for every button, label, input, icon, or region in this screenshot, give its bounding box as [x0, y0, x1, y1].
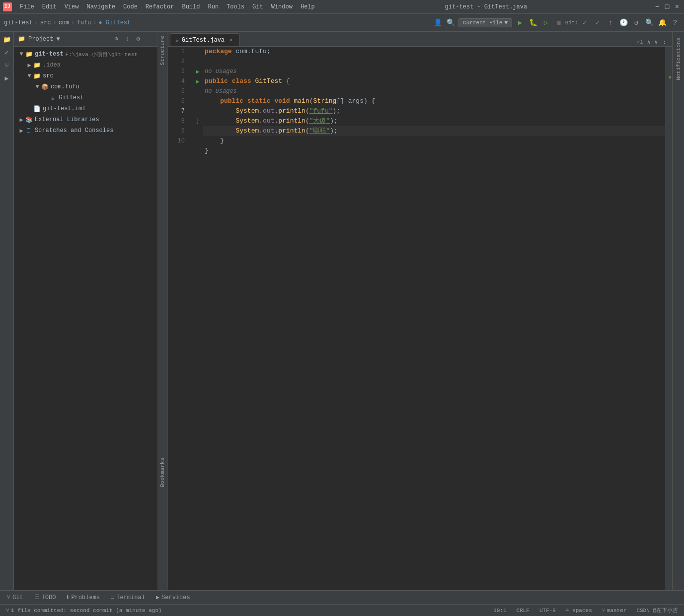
breadcrumb-fufu[interactable]: fufu: [76, 19, 91, 26]
tree-iml[interactable]: ▶ 📄 git-test.iml: [14, 103, 157, 114]
close-button[interactable]: ×: [673, 3, 681, 11]
bottom-tab-problems[interactable]: ℹ Problems: [62, 592, 105, 604]
structure-tab[interactable]: Structure: [158, 32, 167, 69]
project-icon[interactable]: 📁: [1, 34, 13, 46]
search-everywhere-icon[interactable]: 🔍: [446, 18, 456, 28]
maximize-button[interactable]: □: [663, 3, 671, 11]
bottom-tab-terminal[interactable]: ▭ Terminal: [106, 592, 150, 604]
debug-button[interactable]: 🐛: [528, 18, 538, 28]
notifications-icon[interactable]: 🔔: [657, 18, 667, 28]
tree-src[interactable]: ▼ 📁 src: [14, 70, 157, 81]
menu-edit[interactable]: Edit: [38, 0, 61, 13]
notifications-tab[interactable]: Notifications: [674, 34, 684, 84]
tree-com-fufu[interactable]: ▼ 📦 com.fufu: [14, 81, 157, 92]
tab-actions: ✓1 ∧ ∨ ⋮: [636, 38, 670, 46]
run-with-coverage-icon[interactable]: ▷: [541, 18, 551, 28]
git-checkmark2[interactable]: ✓: [593, 18, 603, 28]
menu-help[interactable]: Help: [297, 0, 319, 13]
git-checkmark1[interactable]: ✓: [580, 18, 590, 28]
scroll-marker: [669, 76, 671, 78]
tree-root[interactable]: ▼ 📁 git-test F:\java 小项目\git-test: [14, 49, 157, 60]
tree-ext-libraries[interactable]: ▶ 📚 External Libraries: [14, 114, 157, 125]
menu-file[interactable]: File: [16, 0, 38, 13]
gutter-10: [193, 136, 203, 146]
stop-button[interactable]: ◼: [554, 18, 564, 28]
menu-view[interactable]: View: [61, 0, 83, 13]
bottom-tab-services[interactable]: ▶ Services: [151, 592, 195, 604]
git-history-icon[interactable]: 🕐: [618, 18, 628, 28]
code-content[interactable]: package com.fufu; no usages public class…: [203, 47, 665, 590]
file-tree: ▼ 📁 git-test F:\java 小项目\git-test ▶ 📁 .i…: [14, 47, 157, 590]
gutter-7: [193, 106, 203, 116]
toolbar: git-test › src › com › fufu › ● GitTest …: [0, 14, 684, 32]
status-position[interactable]: 10:1: [491, 608, 508, 614]
run-button[interactable]: ▶: [515, 18, 525, 28]
git-rollback-icon[interactable]: ↺: [631, 18, 641, 28]
minimize-button[interactable]: −: [653, 3, 661, 11]
menu-refactor[interactable]: Refactor: [142, 0, 178, 13]
profile-icon[interactable]: 👤: [433, 18, 443, 28]
line-num-2: 2: [168, 57, 189, 67]
editor-area: ☕ GitTest.java ✕ ✓1 ∧ ∨ ⋮ 1 2 3 4 5 6 7: [168, 32, 672, 590]
breadcrumb-gittest[interactable]: ● GitTest: [98, 19, 131, 26]
gutter-6: [193, 96, 203, 106]
menu-window[interactable]: Window: [267, 0, 297, 13]
commit-icon[interactable]: ✓: [1, 47, 13, 59]
menu-git[interactable]: Git: [248, 0, 267, 13]
root-label: git-test: [35, 51, 64, 58]
menu-build[interactable]: Build: [178, 0, 204, 13]
status-encoding[interactable]: UTF-8: [537, 608, 558, 614]
help-icon[interactable]: ?: [670, 18, 680, 28]
code-line-9: }: [203, 146, 665, 156]
status-branch[interactable]: ⑂ master: [600, 608, 629, 614]
panel-settings-icon[interactable]: ⚙: [134, 35, 143, 44]
tab-action-more-icon[interactable]: ⋮: [661, 38, 668, 46]
extlib-label: External Libraries: [35, 116, 99, 123]
menu-code[interactable]: Code: [119, 0, 142, 13]
git-push-icon[interactable]: ↑: [606, 18, 615, 28]
line-num-7: 7: [168, 106, 189, 116]
panel-scope-icon[interactable]: ⊕: [112, 35, 121, 44]
tree-scratches[interactable]: ▶ 🗒 Scratches and Consoles: [14, 125, 157, 136]
bottom-tab-todo[interactable]: ☰ TODO: [29, 592, 61, 604]
line-num-6: 6: [168, 96, 189, 106]
breadcrumb-com[interactable]: com: [59, 19, 70, 26]
panel-header-actions: ⊕ ↕ ⚙ —: [112, 35, 153, 44]
src-arrow-icon: ▼: [26, 72, 33, 79]
tree-gittest[interactable]: ▶ ☕ GitTest: [14, 92, 157, 103]
gutter-run-3[interactable]: ▶: [193, 67, 203, 76]
status-git-item[interactable]: ⑂ 1 file committed: second commit (a min…: [4, 608, 164, 614]
panel-sort-icon[interactable]: ↕: [123, 35, 132, 44]
find-icon[interactable]: 🔍: [644, 18, 654, 28]
code-editor[interactable]: 1 2 3 4 5 6 7 8 9 10 ▶ ▶ }: [168, 47, 672, 590]
menu-navigate[interactable]: Navigate: [82, 0, 119, 13]
bookmarks-tab[interactable]: Bookmarks: [158, 454, 167, 491]
bottom-tab-git[interactable]: ⑂ Git: [2, 592, 28, 604]
position-value: 10:1: [493, 608, 506, 614]
tab-action-up-icon[interactable]: ∧: [646, 38, 652, 46]
tree-idea[interactable]: ▶ 📁 .idea: [14, 60, 157, 70]
panel-collapse-icon[interactable]: —: [145, 35, 153, 44]
menu-tools[interactable]: Tools: [223, 0, 248, 13]
gittest-label: GitTest: [59, 94, 83, 101]
editor-tab-gittest[interactable]: ☕ GitTest.java ✕: [170, 33, 240, 46]
status-indent[interactable]: 4 spaces: [564, 608, 594, 614]
gutter-2: [193, 57, 203, 67]
breadcrumb-src[interactable]: src: [40, 19, 51, 26]
run-dashboard-icon[interactable]: ▶: [1, 72, 13, 84]
gutter-run-4[interactable]: ▶: [193, 76, 203, 86]
panel-header: 📁 Project ▼ ⊕ ↕ ⚙ —: [14, 32, 157, 47]
current-file-button[interactable]: Current File ▼: [458, 18, 512, 27]
breadcrumb-git-test[interactable]: git-test: [4, 19, 33, 26]
tab-action-down-icon[interactable]: ∨: [653, 38, 659, 46]
iml-arrow-icon: ▶: [26, 105, 33, 113]
editor-scrollbar[interactable]: [665, 47, 672, 590]
tab-close-button[interactable]: ✕: [228, 37, 234, 44]
menu-run[interactable]: Run: [204, 0, 223, 13]
git-branches-icon[interactable]: ⑂: [1, 60, 13, 71]
java-icon: ☕: [49, 94, 57, 102]
status-crlf[interactable]: CRLF: [515, 608, 532, 614]
app-logo: IJ: [3, 2, 12, 11]
git-tab-icon: ⑂: [7, 594, 10, 601]
panel-dropdown-icon[interactable]: ▼: [56, 36, 60, 43]
